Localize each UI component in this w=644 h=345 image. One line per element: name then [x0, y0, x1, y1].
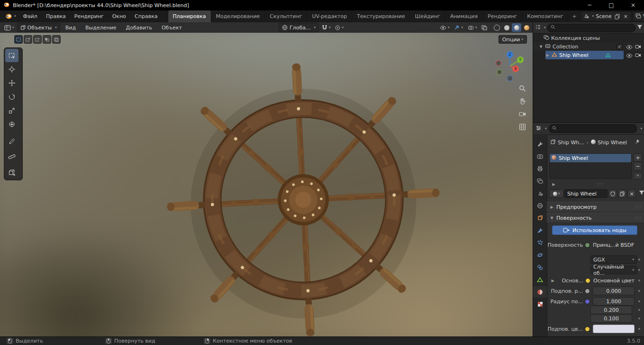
select-mode-intersect-button[interactable] — [52, 35, 61, 44]
base-color-value[interactable]: Основной цвет — [593, 278, 635, 284]
workspace-tab-shading[interactable]: Шейдинг — [410, 10, 445, 22]
pin-icon[interactable] — [635, 139, 640, 146]
distribution-dropdown[interactable]: GGX▾ — [590, 255, 637, 264]
shading-material-button[interactable] — [512, 23, 521, 32]
proportional-editing-toggle[interactable]: ▾ — [333, 23, 345, 32]
outliner-row-ship-wheel[interactable]: ▶ Ship Wheel — [533, 51, 644, 59]
unlink-scene-button[interactable]: × — [623, 13, 629, 19]
editor-type-button[interactable]: ▾ — [2, 23, 16, 32]
viewport-3d[interactable]: Опции ▾ — [0, 33, 533, 337]
snap-toggle[interactable]: ▾ — [320, 23, 333, 32]
filter-icon[interactable] — [639, 190, 644, 197]
ship-wheel-model[interactable] — [0, 33, 533, 337]
add-slot-button[interactable]: + — [634, 153, 642, 162]
collapse-arrow-icon[interactable]: ▼ — [539, 45, 543, 49]
tab-particles[interactable] — [533, 237, 547, 248]
subsurface-weight-field[interactable]: 0.000 — [593, 287, 635, 295]
hide-eye-icon[interactable] — [626, 45, 633, 51]
slot-specials-menu[interactable]: ▾ — [634, 172, 642, 179]
panel-grip[interactable]: :::: — [596, 182, 604, 186]
panel-grip[interactable]: :::: — [634, 205, 642, 209]
tab-render[interactable] — [533, 150, 547, 162]
outliner-row-label[interactable]: Collection — [553, 44, 578, 50]
menu-select[interactable]: Выделение — [81, 25, 121, 31]
workspace-tab-animation[interactable]: Анимация — [445, 10, 483, 22]
xray-toggle[interactable] — [480, 23, 489, 32]
use-nodes-button[interactable]: Использовать ноды — [552, 225, 637, 235]
animate-dot[interactable] — [638, 317, 640, 319]
tab-physics[interactable] — [533, 249, 547, 261]
select-mode-new-button[interactable] — [14, 35, 23, 44]
unlink-material-button[interactable]: × — [627, 189, 636, 198]
tool-add-cube[interactable] — [5, 166, 18, 179]
outliner-editor-icon[interactable] — [535, 24, 541, 31]
filter-icon[interactable] — [637, 25, 643, 31]
new-material-button[interactable] — [618, 189, 626, 198]
tool-cursor[interactable] — [5, 63, 18, 76]
tab-modifiers[interactable] — [533, 224, 547, 236]
animate-dot[interactable] — [638, 309, 640, 311]
tool-rotate[interactable] — [5, 90, 18, 103]
panel-grip[interactable]: :::: — [634, 215, 642, 220]
hide-eye-icon[interactable] — [626, 53, 633, 59]
transform-orientation-dropdown[interactable]: Глоба... ▾ — [279, 23, 319, 32]
mode-dropdown[interactable]: Объекты ▾ — [17, 23, 60, 32]
tab-viewlayer[interactable] — [533, 175, 547, 186]
tool-select-box[interactable] — [5, 49, 18, 62]
material-name-field[interactable]: Ship Wheel — [564, 189, 608, 198]
panel-preview[interactable]: ▶ Предпросмотр :::: — [547, 202, 644, 212]
tool-scale[interactable] — [5, 104, 18, 117]
outliner-search-input[interactable] — [547, 24, 635, 32]
menu-view[interactable]: Вид — [61, 25, 80, 31]
properties-editor-icon[interactable] — [535, 125, 542, 132]
expand-arrow-icon[interactable]: ▶ — [551, 279, 555, 283]
breadcrumb-data[interactable]: Ship Wheel — [598, 140, 627, 146]
radius-y-field[interactable]: 0.200 — [590, 306, 632, 314]
gizmos-toggle[interactable]: ▾ — [452, 23, 465, 32]
workspace-tab-modeling[interactable]: Моделирование — [211, 10, 265, 22]
camera-visibility-icon[interactable] — [635, 53, 641, 59]
radius-z-field[interactable]: 0.100 — [590, 314, 632, 323]
select-mode-invert-button[interactable] — [43, 35, 51, 44]
animate-dot[interactable] — [638, 290, 640, 292]
grid-toggle-button[interactable] — [517, 121, 527, 132]
panel-surface[interactable]: ▼ Поверхность :::: — [547, 213, 644, 223]
properties-search-input[interactable] — [549, 124, 637, 133]
axis-y-label[interactable]: Y — [519, 58, 522, 62]
workspace-tab-texture-paint[interactable]: Текстурирование — [352, 10, 410, 22]
chevron-down-icon[interactable]: ▾ — [545, 127, 547, 131]
navigation-gizmo[interactable]: Z Y X — [493, 49, 527, 83]
overlays-toggle[interactable]: ▾ — [466, 23, 479, 32]
chevron-down-icon[interactable]: ▾ — [640, 127, 642, 131]
animate-dot[interactable] — [638, 259, 640, 261]
camera-visibility-icon[interactable] — [635, 44, 641, 50]
material-slot-list[interactable]: Ship Wheel — [549, 153, 632, 179]
close-button[interactable]: × — [622, 0, 644, 10]
tool-measure[interactable] — [5, 149, 18, 162]
maximize-button[interactable]: □ — [600, 0, 622, 10]
tool-annotate[interactable] — [5, 135, 18, 148]
workspace-tab-uv[interactable]: UV-редактор — [307, 10, 352, 22]
tab-object[interactable] — [533, 212, 547, 224]
chevron-down-icon[interactable]: ▾ — [544, 26, 546, 29]
menu-add[interactable]: Добавить — [122, 25, 156, 31]
visibility-dropdown[interactable]: ▾ — [438, 23, 452, 32]
tab-material[interactable] — [533, 286, 547, 298]
remove-slot-button[interactable]: − — [634, 162, 642, 170]
animate-dot[interactable] — [638, 269, 640, 271]
menu-edit[interactable]: Правка — [42, 10, 70, 22]
workspace-tab-sculpting[interactable]: Скульптинг — [265, 10, 307, 22]
tab-object-data[interactable] — [533, 274, 547, 285]
add-workspace-button[interactable]: + — [568, 10, 580, 22]
breadcrumb-object[interactable]: Ship Wh... — [558, 140, 584, 146]
material-slot-row[interactable]: Ship Wheel — [550, 154, 631, 162]
new-scene-button[interactable] — [614, 14, 621, 19]
tab-texture[interactable] — [533, 298, 547, 310]
animate-dot[interactable] — [638, 328, 640, 330]
blender-menu-button[interactable]: ▾ — [2, 10, 19, 22]
zoom-button[interactable] — [517, 83, 527, 93]
tab-world[interactable] — [533, 200, 547, 211]
tab-scene[interactable] — [533, 187, 547, 199]
browse-material-button[interactable]: ▾ — [549, 189, 563, 198]
fake-user-button[interactable] — [608, 189, 617, 198]
